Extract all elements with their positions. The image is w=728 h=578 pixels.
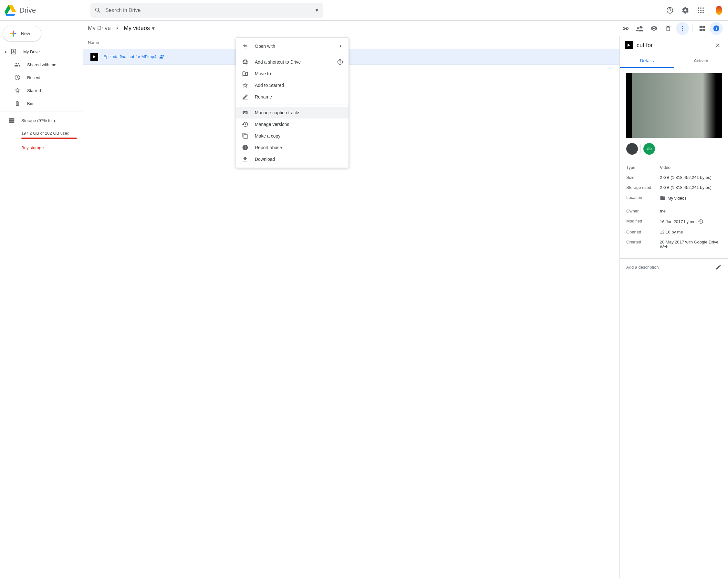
svg-point-1 <box>700 7 702 9</box>
location-chip[interactable]: My videos <box>660 195 687 201</box>
svg-point-11 <box>682 30 683 31</box>
detail-type: Type Video <box>626 162 722 173</box>
cc-icon: CC <box>241 109 249 116</box>
plus-icon <box>9 29 18 38</box>
video-file-icon <box>90 53 98 61</box>
details-tabs: Details Activity <box>620 54 728 68</box>
download-icon <box>241 156 249 162</box>
menu-report-abuse[interactable]: Report abuse <box>236 142 348 153</box>
share-icon[interactable] <box>633 22 646 35</box>
help-icon[interactable] <box>337 59 343 65</box>
menu-move-to[interactable]: Move to <box>236 68 348 79</box>
context-menu: Open with Add a shortcut to Drive Move t… <box>236 37 349 168</box>
open-with-icon <box>241 43 249 49</box>
svg-point-3 <box>698 10 699 11</box>
menu-add-starred[interactable]: Add to Starred <box>236 79 348 91</box>
menu-manage-versions[interactable]: Manage versions <box>236 119 348 130</box>
toolbar-divider <box>692 25 693 32</box>
description-row[interactable]: Add a description <box>620 258 728 275</box>
toolbar-actions <box>619 22 723 35</box>
close-details-icon[interactable] <box>712 40 723 50</box>
sidebar-item-recent[interactable]: Recent <box>0 71 79 84</box>
breadcrumb-current[interactable]: My videos ▾ <box>124 25 155 32</box>
breadcrumb-current-label: My videos <box>124 25 150 32</box>
menu-divider <box>236 54 348 54</box>
details-title: cut for <box>636 42 653 49</box>
detail-created: Created 28 May 2017 with Google Drive We… <box>626 237 722 252</box>
menu-download[interactable]: Download <box>236 153 348 165</box>
logo-area: Drive <box>4 4 84 17</box>
sidebar-item-label: Starred <box>27 88 41 93</box>
drive-logo-icon[interactable] <box>4 4 17 17</box>
file-preview-thumbnail[interactable] <box>626 73 722 138</box>
sidebar-item-label: Shared with me <box>27 62 56 67</box>
new-button[interactable]: New <box>3 26 41 41</box>
sidebar-divider <box>0 111 83 111</box>
details-panel: cut for Details Activity Type <box>620 36 728 578</box>
breadcrumb-my-drive[interactable]: My Drive <box>88 25 111 32</box>
account-avatar[interactable] <box>710 4 723 17</box>
video-file-icon <box>625 41 633 49</box>
settings-icon[interactable] <box>679 4 692 17</box>
more-actions-icon[interactable] <box>676 22 689 35</box>
support-icon[interactable] <box>664 4 676 17</box>
tab-details[interactable]: Details <box>620 54 674 68</box>
sidebar-item-label: My Drive <box>23 49 40 54</box>
star-icon <box>14 87 21 94</box>
preview-icon[interactable] <box>648 22 660 35</box>
owner-avatar[interactable] <box>626 143 638 155</box>
sidebar-item-my-drive[interactable]: ▸ My Drive <box>0 45 79 58</box>
file-name: Epizoda final cut for MP.mp4 <box>103 54 157 59</box>
search-icon <box>94 7 101 14</box>
drive-icon <box>10 48 18 55</box>
menu-make-copy[interactable]: Make a copy <box>236 130 348 142</box>
product-name: Drive <box>19 6 36 15</box>
edit-pencil-icon[interactable] <box>715 264 722 270</box>
breadcrumb: My Drive My videos ▾ <box>88 25 155 32</box>
menu-manage-captions[interactable]: CC Manage caption tracks <box>236 107 348 119</box>
storage-used-text: 197.2 GB of 202 GB used <box>21 131 75 136</box>
get-link-icon[interactable] <box>619 22 632 35</box>
menu-label: Move to <box>255 71 343 76</box>
sidebar-item-shared[interactable]: Shared with me <box>0 58 79 71</box>
view-details-icon[interactable] <box>710 22 723 35</box>
detail-owner: Owner me <box>626 206 722 216</box>
sharing-row <box>620 143 728 160</box>
svg-point-6 <box>698 12 699 13</box>
app-header: Drive ▼ <box>0 0 728 21</box>
expand-triangle-icon[interactable]: ▸ <box>4 49 8 54</box>
storage-header[interactable]: Storage (97% full) <box>8 114 75 127</box>
remove-icon[interactable] <box>662 22 675 35</box>
trash-icon <box>14 100 21 107</box>
menu-rename[interactable]: Rename <box>236 91 348 103</box>
svg-text:CC: CC <box>243 112 247 114</box>
storage-label: Storage (97% full) <box>21 118 55 123</box>
grid-view-icon[interactable] <box>696 22 709 35</box>
people-icon <box>14 61 21 68</box>
menu-add-shortcut[interactable]: Add a shortcut to Drive <box>236 56 348 68</box>
svg-point-8 <box>702 12 704 13</box>
col-name-header[interactable]: Name <box>88 40 684 45</box>
header-right <box>664 4 725 17</box>
drive-add-icon <box>241 59 249 65</box>
menu-label: Rename <box>255 94 343 100</box>
menu-open-with[interactable]: Open with <box>236 41 348 52</box>
history-icon[interactable] <box>698 218 703 225</box>
storage-fill <box>21 137 77 139</box>
svg-point-5 <box>702 10 704 11</box>
star-icon <box>241 82 249 88</box>
menu-label: Make a copy <box>255 133 343 138</box>
buy-storage-link[interactable]: Buy storage <box>21 145 75 150</box>
menu-label: Open with <box>255 44 338 49</box>
svg-point-2 <box>702 7 704 9</box>
search-options-caret-icon[interactable]: ▼ <box>315 8 319 13</box>
sidebar-item-starred[interactable]: Starred <box>0 84 79 97</box>
link-shared-badge[interactable] <box>643 143 655 155</box>
tab-activity[interactable]: Activity <box>674 54 728 68</box>
sidebar-item-bin[interactable]: Bin <box>0 97 79 110</box>
content-area: My Drive My videos ▾ <box>83 21 728 578</box>
search-box[interactable]: ▼ <box>90 3 323 18</box>
detail-size: Size 2 GB (1,818,452,241 bytes) <box>626 173 722 182</box>
search-input[interactable] <box>105 7 312 13</box>
apps-grid-icon[interactable] <box>695 4 707 17</box>
